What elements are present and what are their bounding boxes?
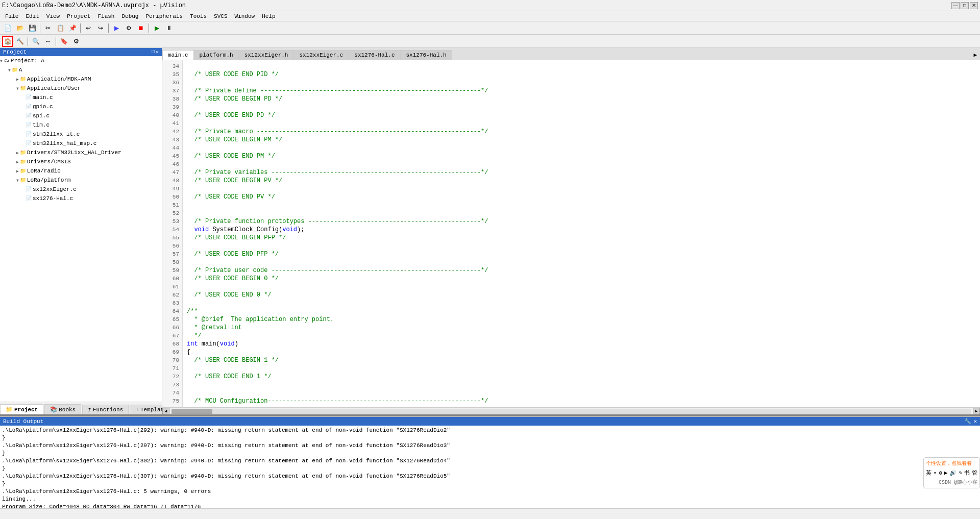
file-icon: 📄: [24, 185, 33, 193]
editor-tab-sx12xxeiger_c[interactable]: sx12xxEiger.c: [293, 50, 349, 60]
code-line-75: /* MCU Configuration--------------------…: [187, 397, 976, 405]
menu-item-file[interactable]: File: [2, 12, 21, 20]
code-line-58: [187, 258, 976, 266]
build-target-button[interactable]: 🔨: [14, 36, 26, 47]
menu-item-tools[interactable]: Tools: [187, 12, 210, 20]
build-line: .\LoRa\platform\sx12xxEiger\sx1276-Hal.c…: [2, 427, 978, 434]
build-output-title: Build Output: [3, 418, 43, 425]
tree-item-stm32l1xx_hal_msp[interactable]: 📄 stm32l1xx_hal_msp.c: [0, 139, 162, 148]
open-button[interactable]: 📂: [14, 22, 26, 34]
menu-item-svcs[interactable]: SVCS: [211, 12, 230, 20]
menu-item-view[interactable]: View: [43, 12, 63, 20]
tree-item-root[interactable]: ▼ 🗂 Project: A: [0, 56, 162, 65]
bookmark-button[interactable]: 🔖: [58, 36, 69, 47]
undo-button[interactable]: ↩: [83, 22, 94, 34]
code-comment: /* USER CODE BEGIN 1 */: [187, 357, 279, 364]
tree-item-main_c[interactable]: 📄 main.c: [0, 93, 162, 102]
tree-item-sx12xx_eiger[interactable]: 📄 sx12xxEiger.c: [0, 185, 162, 194]
hscroll-thumb[interactable]: [172, 409, 212, 414]
tree-item-app_user[interactable]: ▼ 📁 Application/User: [0, 84, 162, 93]
editor-tab-main_c[interactable]: main.c: [162, 50, 194, 60]
menu-item-help[interactable]: Help: [259, 12, 278, 20]
editor-tab-sx1276_hal_c[interactable]: sx1276-Hal.c: [349, 50, 400, 60]
tree-item-lora_platform[interactable]: ▼ 📁 LoRa/platform: [0, 176, 162, 185]
stop-button[interactable]: ⏹: [135, 22, 146, 34]
settings-button[interactable]: ⚙: [70, 36, 82, 47]
editor-tab-sx12xxeiger_h[interactable]: sx12xxEiger.h: [239, 50, 294, 60]
tree-item-drivers_hal[interactable]: ▶ 📁 Drivers/STM32L1xx_HAL_Driver: [0, 148, 162, 157]
code-editor[interactable]: 3435363738394041424344454647484950515253…: [162, 60, 980, 407]
new-file-button[interactable]: 📄: [2, 22, 13, 34]
code-line-35: /* USER CODE END PID */: [187, 70, 976, 79]
panel-tab-project[interactable]: 📁Project: [0, 404, 43, 414]
tab-scroll-button[interactable]: ▶: [970, 50, 980, 60]
code-line-62: /* USER CODE END 0 */: [187, 291, 976, 299]
scroll-arrow-right[interactable]: ▶: [973, 408, 980, 415]
minimize-button[interactable]: —: [951, 2, 960, 9]
tree-label: A: [19, 67, 22, 73]
tree-item-tim_c[interactable]: 📄 tim.c: [0, 120, 162, 130]
debug-stop-button[interactable]: ⏸: [163, 22, 175, 34]
line-num-64: 64: [165, 307, 179, 315]
edit-icon[interactable]: ✎: [959, 469, 962, 476]
editor-scrollbar[interactable]: ◀ ▶: [162, 407, 980, 414]
menu-item-window[interactable]: Window: [232, 12, 258, 20]
line-num-43: 43: [165, 136, 179, 144]
replace-button[interactable]: ↔: [42, 36, 54, 47]
tree-item-sx1276_hal[interactable]: 📄 sx1276-Hal.c: [0, 194, 162, 203]
tree-item-stm32l1xx_it[interactable]: 📄 stm32l1xx_it.c: [0, 130, 162, 139]
build-button[interactable]: ▶: [111, 22, 122, 34]
line-num-46: 46: [165, 160, 179, 168]
scroll-arrow-left[interactable]: ◀: [162, 408, 169, 415]
editor-tab-platform_h[interactable]: platform.h: [194, 50, 239, 60]
tree-item-a[interactable]: ▼ 📁 A: [0, 65, 162, 75]
play-icon[interactable]: ▶: [944, 469, 948, 476]
build-header-icon[interactable]: 🔧: [964, 418, 971, 425]
panel-tab-functions[interactable]: ƒFunctions: [82, 405, 129, 414]
menu-item-flash[interactable]: Flash: [94, 12, 117, 20]
lang-toggle[interactable]: 英: [926, 469, 932, 477]
copy-button[interactable]: 📋: [55, 22, 66, 34]
close-button[interactable]: ✕: [970, 2, 978, 9]
book-icon[interactable]: 书: [964, 469, 970, 477]
tree-item-app_mdk[interactable]: ▶ 📁 Application/MDK-ARM: [0, 75, 162, 84]
panel-close-btn[interactable]: ✕: [156, 49, 159, 55]
menu-item-peripherals[interactable]: Peripherals: [142, 12, 186, 20]
panel-expand-btn[interactable]: □: [152, 49, 155, 55]
menu-item-project[interactable]: Project: [64, 12, 93, 20]
tree-item-lora_radio[interactable]: ▶ 📁 LoRa/radio: [0, 166, 162, 176]
cut-button[interactable]: ✂: [42, 22, 54, 34]
folder-icon: 📁: [19, 149, 27, 157]
code-line-36: [187, 79, 976, 87]
find-button[interactable]: 🔍: [30, 36, 41, 47]
floating-label[interactable]: 个性设置，点我看看: [926, 460, 977, 467]
volume-icon[interactable]: 🔊: [949, 469, 957, 476]
line-num-48: 48: [165, 177, 179, 185]
tree-item-drivers_cmsis[interactable]: ▶ 📁 Drivers/CMSIS: [0, 157, 162, 166]
panel-tab-templates[interactable]: TTemplates: [130, 405, 162, 414]
tree-item-gpio_c[interactable]: 📄 gpio.c: [0, 102, 162, 111]
panel-tab-books[interactable]: 📚Books: [44, 404, 81, 414]
paste-button[interactable]: 📌: [67, 22, 78, 34]
menu-item-debug[interactable]: Debug: [118, 12, 141, 20]
editor-tab-sx1276_hal_h[interactable]: sx1276-Hal.h: [401, 50, 452, 60]
build-close-btn[interactable]: ✕: [973, 418, 977, 425]
hscroll-track[interactable]: [172, 409, 971, 414]
settings-icon[interactable]: ⚙: [939, 469, 942, 476]
debug-start-button[interactable]: ▶: [151, 22, 162, 34]
menu-item-edit[interactable]: Edit: [22, 12, 42, 20]
code-content[interactable]: /* USER CODE END PID */ /* Private defin…: [183, 60, 980, 407]
tab-label-project: Project: [14, 407, 38, 413]
maximize-button[interactable]: □: [961, 2, 969, 9]
rebuild-button[interactable]: ⚙: [123, 22, 134, 34]
panel-header: Project □ ✕: [0, 48, 162, 56]
line-num-59: 59: [165, 266, 179, 275]
tree-item-spi_c[interactable]: 📄 spi.c: [0, 111, 162, 120]
project-view-button[interactable]: 🏠: [2, 36, 13, 47]
code-comment: /* USER CODE BEGIN PM */: [187, 136, 282, 143]
redo-button[interactable]: ↪: [95, 22, 106, 34]
file-icon: 📄: [24, 130, 33, 138]
manage-icon[interactable]: 管: [972, 469, 977, 477]
save-button[interactable]: 💾: [27, 22, 38, 34]
project-tree: ▼ 🗂 Project: A▼ 📁 A▶ 📁 Application/MDK-A…: [0, 56, 162, 402]
